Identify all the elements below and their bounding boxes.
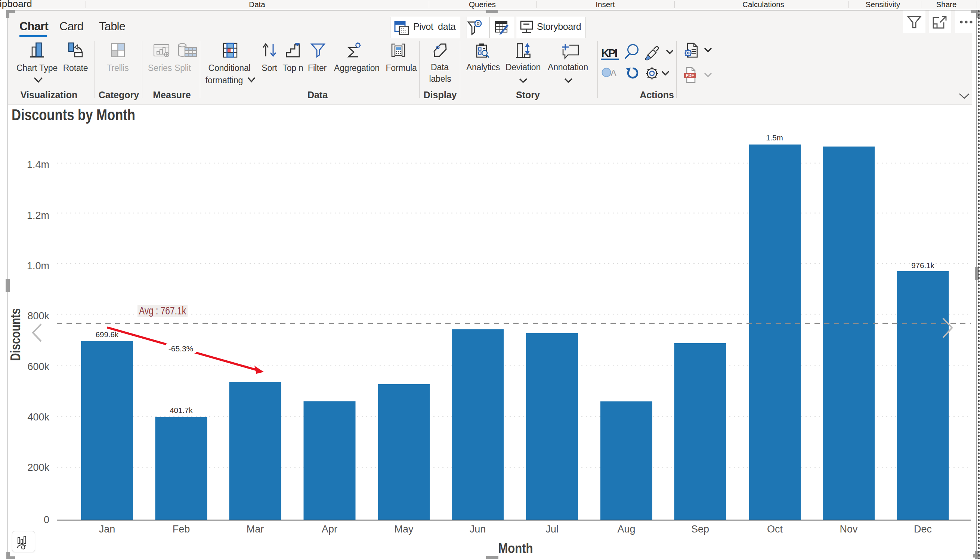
svg-text:Nov: Nov bbox=[839, 524, 858, 535]
svg-text:Discounts by Month: Discounts by Month bbox=[12, 106, 135, 124]
svg-text:Jan: Jan bbox=[99, 524, 116, 535]
svg-text:Month: Month bbox=[498, 541, 533, 556]
svg-text:Discounts: Discounts bbox=[8, 308, 23, 361]
svg-text:Feb: Feb bbox=[172, 524, 190, 535]
svg-text:1.4m: 1.4m bbox=[27, 159, 49, 170]
svg-text:1.5m: 1.5m bbox=[766, 133, 783, 142]
svg-text:200k: 200k bbox=[27, 462, 49, 473]
svg-text:699.6k: 699.6k bbox=[96, 330, 119, 339]
svg-text:Oct: Oct bbox=[767, 524, 783, 535]
svg-text:May: May bbox=[394, 524, 414, 535]
svg-text:Jul: Jul bbox=[545, 524, 559, 535]
svg-text:800k: 800k bbox=[27, 310, 49, 321]
svg-text:Avg : 767.1k: Avg : 767.1k bbox=[139, 304, 186, 317]
svg-text:Sep: Sep bbox=[691, 524, 709, 535]
svg-text:Aug: Aug bbox=[617, 524, 635, 535]
svg-text:Mar: Mar bbox=[247, 524, 264, 535]
svg-text:1.0m: 1.0m bbox=[27, 260, 49, 271]
svg-text:0: 0 bbox=[44, 514, 49, 525]
svg-text:Dec: Dec bbox=[914, 524, 932, 535]
svg-text:400k: 400k bbox=[27, 412, 49, 423]
svg-text:Apr: Apr bbox=[322, 524, 338, 535]
svg-text:Jun: Jun bbox=[470, 524, 486, 535]
svg-text:401.7k: 401.7k bbox=[170, 406, 193, 415]
svg-text:1.2m: 1.2m bbox=[27, 210, 49, 221]
svg-text:600k: 600k bbox=[27, 361, 49, 372]
svg-text:-65.3%: -65.3% bbox=[169, 344, 194, 353]
svg-text:976.1k: 976.1k bbox=[911, 261, 934, 270]
